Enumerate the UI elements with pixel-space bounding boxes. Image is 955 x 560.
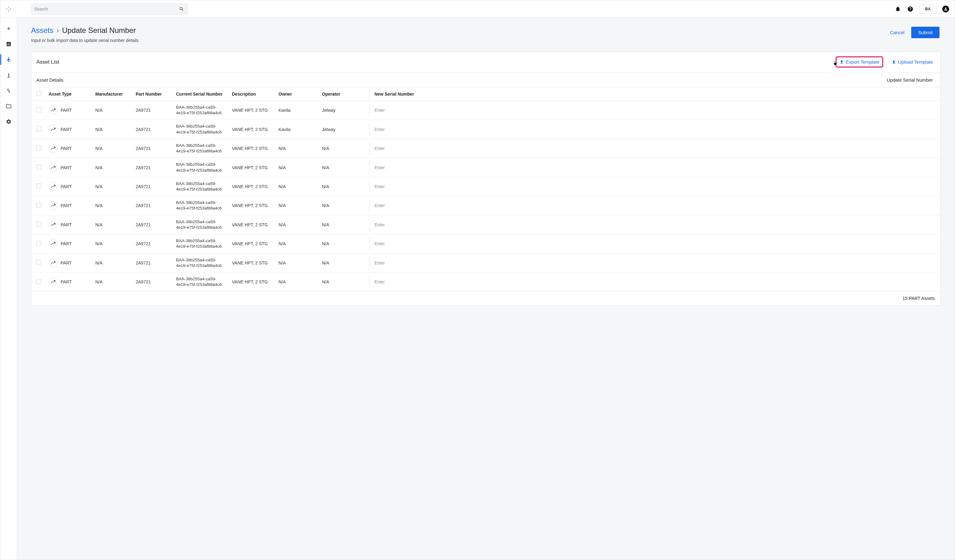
- row-checkbox[interactable]: [36, 164, 41, 169]
- owner-value: Kavita: [276, 104, 319, 116]
- row-checkbox[interactable]: [36, 107, 41, 113]
- breadcrumb-root[interactable]: Assets: [31, 26, 53, 35]
- new-serial-input[interactable]: [374, 203, 426, 208]
- new-serial-input[interactable]: [374, 260, 426, 265]
- col-current-serial: Current Serial Number: [174, 88, 229, 100]
- new-serial-input[interactable]: [374, 146, 426, 151]
- new-serial-input[interactable]: [374, 184, 426, 189]
- col-operator: Operator: [319, 88, 369, 100]
- submit-button[interactable]: Submit: [911, 27, 939, 38]
- app-logo[interactable]: [0, 6, 17, 13]
- part-number-value: 2A9721: [133, 276, 174, 288]
- user-initials[interactable]: BA: [919, 4, 937, 14]
- table-row: PARTN/A2A9721BAA-38b255a4-ca59-4e19-e75f…: [31, 120, 940, 139]
- asset-type-value: PART: [61, 279, 72, 284]
- new-serial-input[interactable]: [374, 108, 426, 113]
- sidebar-item-assets[interactable]: [0, 52, 17, 67]
- chart-icon: [6, 41, 11, 47]
- upload-icon: [891, 59, 896, 64]
- new-serial-input[interactable]: [374, 241, 426, 246]
- panel-title: Asset List: [36, 59, 59, 65]
- topbar: BA: [0, 0, 955, 18]
- operator-value: N/A: [319, 219, 369, 231]
- owner-value: N/A: [276, 142, 319, 155]
- table-row: PARTN/A2A9721BAA-38b255a4-ca59-4e19-e75f…: [31, 253, 940, 272]
- operator-value: N/A: [319, 142, 369, 155]
- col-part-number: Part Number: [133, 88, 174, 100]
- part-number-value: 2A9721: [133, 161, 174, 174]
- main-content: Assets › Update Serial Number Input or b…: [17, 18, 955, 560]
- new-serial-input[interactable]: [374, 165, 426, 170]
- table-row: PARTN/A2A9721BAA-38b255a4-ca59-4e19-e75f…: [31, 196, 940, 215]
- current-serial-value: BAA-38b255a4-ca59-4e19-e75f-f253af88a4c6: [174, 120, 229, 138]
- row-checkbox[interactable]: [36, 279, 41, 284]
- manufacturer-value: N/A: [93, 180, 133, 193]
- sidebar-item-dashboard[interactable]: [0, 36, 17, 52]
- description-value: VANE HPT, 2 STG: [229, 238, 276, 250]
- row-checkbox[interactable]: [36, 126, 41, 131]
- operator-value: N/A: [319, 180, 369, 193]
- owner-value: N/A: [276, 238, 319, 250]
- select-all-checkbox[interactable]: [36, 91, 41, 96]
- sidebar-item-add[interactable]: [0, 21, 17, 36]
- part-icon: [49, 201, 58, 210]
- operator-value: Jetway: [319, 104, 369, 116]
- manufacturer-value: N/A: [93, 123, 133, 136]
- operator-value: N/A: [319, 238, 369, 250]
- plus-icon: [6, 26, 11, 31]
- part-number-value: 2A9721: [133, 257, 174, 269]
- part-icon: [49, 182, 58, 191]
- manufacturer-value: N/A: [93, 238, 133, 250]
- gear-icon: [6, 119, 11, 125]
- sidebar-item-folder[interactable]: [0, 99, 17, 114]
- table-row: PARTN/A2A9721BAA-38b255a4-ca59-4e19-e75f…: [31, 216, 940, 235]
- owner-value: N/A: [276, 276, 319, 288]
- help-icon: [907, 6, 913, 12]
- operator-value: N/A: [319, 199, 369, 212]
- part-icon: [49, 258, 58, 267]
- row-checkbox[interactable]: [36, 183, 41, 188]
- owner-value: N/A: [276, 180, 319, 193]
- description-value: VANE HPT, 2 STG: [229, 142, 276, 155]
- owner-value: N/A: [276, 257, 319, 269]
- download-icon: [839, 59, 844, 64]
- asset-details-heading: Asset Details: [31, 73, 881, 87]
- export-template-button[interactable]: Export Template: [837, 58, 882, 66]
- asset-type-value: PART: [61, 127, 72, 132]
- col-manufacturer: Manufacturer: [93, 88, 133, 100]
- col-asset-type: Asset Type: [46, 88, 93, 100]
- current-serial-value: BAA-38b255a4-ca59-4e19-e75f-f253af88a4c6: [174, 253, 229, 272]
- update-serial-heading: Update Serial Number: [881, 73, 940, 87]
- row-checkbox[interactable]: [36, 260, 41, 265]
- row-checkbox[interactable]: [36, 222, 41, 227]
- notifications-button[interactable]: [894, 6, 901, 13]
- asset-type-value: PART: [61, 260, 72, 265]
- new-serial-input[interactable]: [374, 127, 426, 132]
- asset-type-value: PART: [61, 146, 72, 151]
- new-serial-input[interactable]: [374, 222, 426, 227]
- upload-template-button[interactable]: Upload Template: [889, 58, 935, 66]
- help-button[interactable]: [907, 6, 914, 13]
- part-icon: [49, 144, 58, 153]
- row-checkbox[interactable]: [36, 203, 41, 208]
- cancel-button[interactable]: Cancel: [890, 30, 905, 35]
- part-icon: [49, 125, 58, 134]
- part-icon: [49, 163, 58, 172]
- operator-value: N/A: [319, 276, 369, 288]
- search-box[interactable]: [31, 3, 188, 15]
- description-value: VANE HPT, 2 STG: [229, 180, 276, 193]
- asset-type-value: PART: [61, 184, 72, 189]
- row-checkbox[interactable]: [36, 145, 41, 150]
- search-input[interactable]: [34, 6, 179, 11]
- row-checkbox[interactable]: [36, 241, 41, 246]
- table-row: PARTN/A2A9721BAA-38b255a4-ca59-4e19-e75f…: [31, 177, 940, 196]
- sidebar-item-settings[interactable]: [0, 114, 17, 130]
- sidebar-item-operations[interactable]: [0, 67, 17, 83]
- sidebar-item-transfers[interactable]: [0, 83, 17, 99]
- logo-icon: [5, 6, 12, 13]
- folder-icon: [6, 103, 11, 109]
- new-serial-input[interactable]: [374, 279, 426, 284]
- asset-type-value: PART: [61, 165, 72, 170]
- user-avatar[interactable]: [942, 6, 949, 13]
- manufacturer-value: N/A: [93, 199, 133, 212]
